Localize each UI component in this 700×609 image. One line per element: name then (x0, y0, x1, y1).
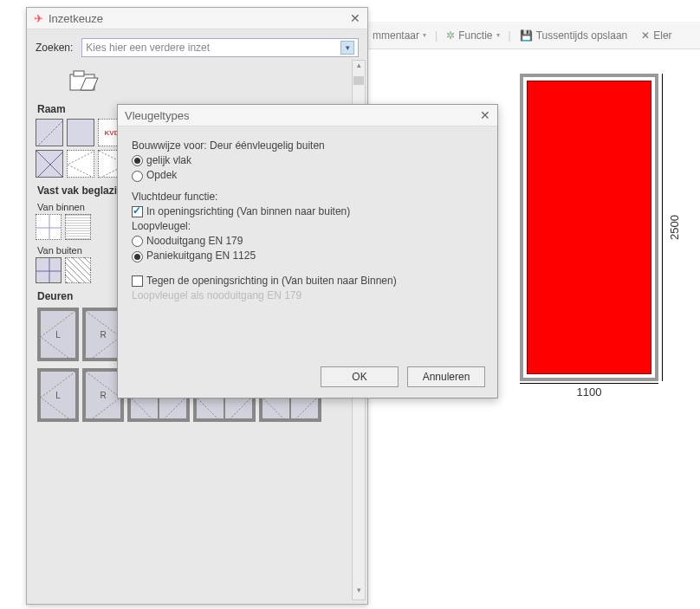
ok-button[interactable]: OK (321, 366, 399, 387)
glazing-tile[interactable] (36, 214, 62, 240)
radio-nooduitgang[interactable]: Nooduitgang EN 179 (132, 235, 483, 247)
check-in-opening[interactable]: In openingsrichting (Van binnen naar bui… (132, 205, 483, 217)
raam-tile[interactable] (67, 150, 94, 178)
label-loopvleugel: Loopvleugel: (132, 220, 483, 232)
btn-functie[interactable]: ✲Functie▾ (441, 29, 504, 42)
scroll-thumb[interactable] (353, 76, 364, 85)
check-loop-nood-disabled: Loopvleugel als nooduitgang EN 179 (132, 289, 483, 301)
titlebar-vleugeltypes[interactable]: Vleugeltypes ✕ (118, 105, 497, 126)
deur-tile[interactable]: L (37, 368, 79, 422)
search-placeholder: Kies hier een verdere inzet (86, 42, 210, 54)
close-icon: ✕ (641, 29, 650, 42)
door-frame[interactable] (520, 74, 658, 381)
close-icon[interactable]: ✕ (480, 108, 490, 122)
radio-icon (132, 251, 143, 262)
glazing-tile[interactable] (65, 214, 91, 240)
dialog-vleugeltypes: Vleugeltypes ✕ Bouwwijze voor: Deur éénv… (117, 104, 498, 398)
chevron-down-icon: ▾ (496, 31, 500, 39)
radio-icon (132, 171, 143, 182)
search-row: Zoeken: Kies hier een verdere inzet ▾ (27, 29, 367, 62)
app-icon: ✈ (34, 12, 43, 25)
dimension-line-vertical (662, 74, 663, 381)
radio-gelijk-vlak[interactable]: gelijk vlak (132, 154, 483, 166)
scroll-down-icon[interactable]: ▾ (353, 586, 365, 599)
element-preview (520, 74, 676, 403)
btn-opslaan[interactable]: 💾Tussentijds opslaan (515, 29, 633, 42)
btn-commentaar[interactable]: mmentaar▾ (367, 29, 431, 42)
raam-tile[interactable] (36, 119, 63, 146)
raam-tile[interactable] (67, 119, 94, 146)
dimension-line-horizontal (520, 383, 658, 384)
dialog-buttons: OK Annuleren (321, 366, 485, 387)
raam-tile[interactable] (36, 150, 63, 178)
svg-rect-1 (74, 71, 84, 76)
label-bouwwijze: Bouwwijze voor: Deur éénvleugelig buiten (132, 139, 483, 152)
svg-line-5 (36, 151, 62, 177)
radio-icon (132, 155, 143, 166)
dimension-height: 2500 (665, 74, 683, 381)
save-icon: 💾 (520, 29, 533, 42)
folder-icon[interactable] (68, 69, 367, 96)
toolbar: mmentaar▾ | ✲Functie▾ | 💾Tussentijds ops… (364, 22, 700, 49)
checkbox-icon (132, 275, 143, 287)
door-panel[interactable] (527, 81, 651, 374)
search-dropdown[interactable]: Kies hier een verdere inzet ▾ (81, 38, 359, 57)
radio-icon (132, 236, 143, 247)
glazing-tile[interactable] (65, 257, 91, 283)
label-vluchtdeur: Vluchtdeur functie: (132, 191, 483, 203)
chevron-down-icon: ▾ (423, 31, 426, 39)
check-tegen-opening[interactable]: Tegen de openingsrichting in (Van buiten… (132, 275, 483, 287)
checkbox-icon (132, 206, 143, 217)
radio-paniekuitgang[interactable]: Paniekuitgang EN 1125 (132, 249, 483, 262)
glazing-tile[interactable] (36, 257, 62, 283)
btn-eler[interactable]: ✕Eler (636, 29, 677, 42)
scroll-up-icon[interactable]: ▴ (353, 61, 365, 75)
radio-opdek[interactable]: Opdek (132, 169, 483, 181)
svg-line-2 (36, 120, 62, 146)
dialog-title: Vleugeltypes (125, 109, 189, 122)
search-label: Zoeken: (36, 42, 73, 54)
titlebar-inzetkeuze[interactable]: ✈ Inzetkeuze ✕ (27, 8, 367, 29)
annuleren-button[interactable]: Annuleren (407, 366, 485, 387)
deur-tile[interactable]: L (37, 308, 79, 361)
window-title: Inzetkeuze (49, 12, 103, 25)
chevron-down-icon[interactable]: ▾ (340, 41, 354, 55)
close-icon[interactable]: ✕ (350, 11, 360, 25)
dimension-width: 1100 (520, 385, 658, 398)
gear-icon: ✲ (446, 29, 455, 42)
